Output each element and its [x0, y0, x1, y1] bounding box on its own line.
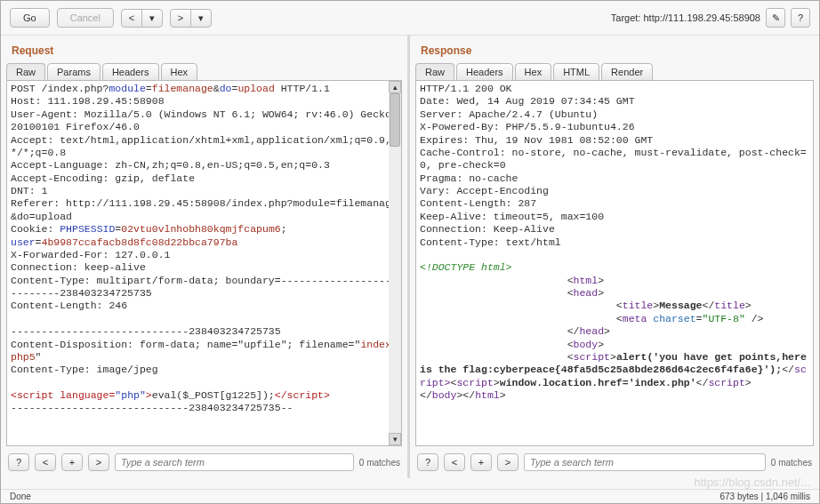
response-raw-text[interactable]: HTTP/1.1 200 OK Date: Wed, 14 Aug 2019 0… [416, 81, 813, 445]
response-search-input[interactable] [524, 453, 766, 471]
tab-params[interactable]: Params [47, 63, 100, 81]
scroll-up-icon[interactable]: ▴ [389, 81, 401, 93]
search-plus-button[interactable]: + [61, 453, 83, 471]
tab-raw[interactable]: Raw [6, 63, 45, 81]
tab-headers-resp[interactable]: Headers [456, 63, 513, 81]
request-panel: Request Raw Params Headers Hex POST /ind… [1, 36, 410, 478]
request-scrollbar[interactable]: ▴ ▾ [389, 81, 401, 445]
next-button[interactable]: > [170, 9, 191, 28]
response-panel: Response Raw Headers Hex HTML Render HTT… [410, 36, 819, 478]
response-title: Response [410, 36, 819, 62]
search-plus-button-resp[interactable]: + [470, 453, 492, 471]
tab-hex[interactable]: Hex [161, 63, 198, 81]
scroll-down-icon[interactable]: ▾ [389, 433, 401, 445]
stats-text: 673 bytes | 1,046 millis [720, 492, 810, 501]
tab-hex-resp[interactable]: Hex [515, 63, 552, 81]
next-dropdown-button[interactable]: ▾ [190, 9, 212, 28]
help-icon[interactable]: ? [791, 8, 810, 28]
target-label: Target: http://111.198.29.45:58908 [611, 12, 760, 23]
request-search-input[interactable] [115, 453, 354, 471]
tab-render-resp[interactable]: Render [601, 63, 653, 81]
go-button[interactable]: Go [10, 8, 50, 28]
prev-dropdown-button[interactable]: ▾ [141, 9, 163, 28]
search-help-button[interactable]: ? [8, 453, 29, 471]
search-next-button-resp[interactable]: > [497, 453, 519, 471]
search-prev-button-resp[interactable]: < [444, 453, 465, 471]
status-text: Done [10, 492, 31, 501]
tab-html-resp[interactable]: HTML [553, 63, 599, 81]
search-next-button[interactable]: > [88, 453, 109, 471]
main-toolbar: Go Cancel < ▾ > ▾ Target: http://111.198… [1, 1, 819, 36]
tab-raw-resp[interactable]: Raw [415, 63, 454, 81]
request-raw-text[interactable]: POST /index.php?module=filemanage&do=upl… [7, 81, 401, 445]
request-matches: 0 matches [359, 458, 400, 468]
tab-headers[interactable]: Headers [102, 63, 159, 81]
request-title: Request [1, 36, 407, 62]
search-help-button-resp[interactable]: ? [417, 453, 438, 471]
footer-bar: Done 673 bytes | 1,046 millis [1, 489, 819, 503]
scroll-thumb[interactable] [390, 93, 400, 147]
cancel-button[interactable]: Cancel [57, 8, 114, 28]
prev-button[interactable]: < [121, 9, 142, 28]
edit-target-icon[interactable]: ✎ [766, 8, 785, 28]
search-prev-button[interactable]: < [35, 453, 56, 471]
response-matches: 0 matches [771, 458, 812, 468]
